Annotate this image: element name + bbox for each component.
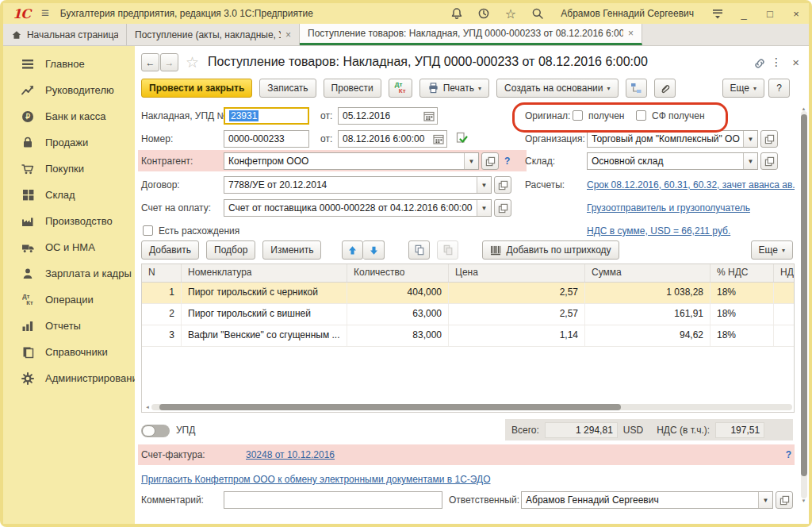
form-more-button[interactable]: Еще▾: [722, 79, 764, 98]
document-structure-button[interactable]: [626, 79, 647, 98]
sf-received-checkbox[interactable]: [636, 110, 646, 121]
paste-row-button[interactable]: [437, 240, 458, 260]
upd-toggle[interactable]: [141, 425, 170, 437]
dropdown-icon[interactable]: ▼: [464, 153, 478, 169]
sidebar-item-manager[interactable]: Руководителю: [3, 77, 135, 103]
counterparty-help[interactable]: ?: [504, 152, 510, 171]
sidebar-item-fixed-assets[interactable]: ОС и НМА: [3, 234, 135, 260]
tab-home[interactable]: Начальная страница: [3, 24, 127, 45]
notifications-bell-icon[interactable]: [450, 7, 463, 21]
maximize-button[interactable]: □: [764, 8, 776, 20]
warehouse-open-button[interactable]: [760, 152, 778, 170]
move-down-button[interactable]: [363, 240, 385, 260]
forward-button[interactable]: →: [160, 53, 178, 71]
service-menu-icon[interactable]: [710, 7, 724, 21]
table-more-button[interactable]: Еще▾: [751, 240, 793, 260]
invoice-facture-help[interactable]: ?: [786, 445, 791, 464]
invoice-date-input[interactable]: 05.12.2016: [338, 107, 438, 125]
sidebar-item-production[interactable]: Производство: [3, 208, 135, 234]
favorite-star-icon[interactable]: ☆: [186, 53, 199, 71]
sidebar-item-reports[interactable]: Отчеты: [3, 313, 135, 339]
main-menu-icon[interactable]: ≡: [41, 6, 49, 21]
get-link-icon[interactable]: [753, 57, 766, 70]
original-received-label: получен: [588, 106, 624, 125]
sidebar-item-operations[interactable]: ДтКт Операции: [3, 287, 135, 313]
contract-open-button[interactable]: [494, 176, 511, 194]
minimize-button[interactable]: _: [737, 8, 750, 20]
calendar-icon[interactable]: [423, 111, 435, 121]
enter-invoice-facture-icon[interactable]: [455, 132, 468, 144]
invoice-facture-link[interactable]: 30248 от 10.12.2016: [246, 445, 335, 464]
post-button[interactable]: Провести: [324, 79, 381, 98]
number-input[interactable]: 0000-000233: [224, 130, 309, 148]
dropdown-icon[interactable]: ▼: [758, 492, 772, 508]
edit-button[interactable]: Изменить: [262, 240, 321, 260]
add-row-button[interactable]: Добавить: [141, 240, 199, 260]
sidebar-item-main[interactable]: Главное: [3, 51, 135, 77]
discrepancies-checkbox[interactable]: [143, 225, 153, 236]
move-up-button[interactable]: [342, 240, 363, 260]
organization-open-button[interactable]: [760, 130, 778, 148]
create-based-on-button[interactable]: Создать на основании▾: [496, 79, 619, 98]
dropdown-icon[interactable]: ▼: [477, 200, 491, 216]
attachments-button[interactable]: [654, 79, 676, 98]
pick-button[interactable]: Подбор: [206, 240, 255, 260]
scroll-left-icon[interactable]: ◄: [144, 405, 151, 410]
favorites-star-icon[interactable]: ☆: [504, 7, 517, 21]
v-scroll-thumb[interactable]: [801, 114, 807, 476]
sidebar-item-warehouse[interactable]: Склад: [3, 182, 135, 208]
table-horizontal-scrollbar[interactable]: ◄: [144, 403, 792, 410]
tab-receipts-list[interactable]: Поступление (акты, накладные, УПД) ×: [127, 24, 300, 45]
scroll-down-icon[interactable]: ▼: [800, 498, 808, 503]
warehouse-input[interactable]: Основной склад ▼: [587, 152, 758, 170]
window-close-button[interactable]: ×: [790, 8, 802, 20]
sidebar-item-bank-cash[interactable]: ₽ Банк и касса: [3, 103, 135, 129]
copy-row-button[interactable]: [408, 240, 430, 260]
sidebar-item-references[interactable]: Справочники: [3, 339, 135, 365]
responsible-input[interactable]: Абрамов Геннадий Сергеевич ▼: [521, 491, 773, 509]
post-and-close-button[interactable]: Провести и закрыть: [141, 79, 252, 98]
organization-input[interactable]: Торговый дом "Комплексный" ООО ▼: [587, 130, 758, 148]
settlements-link[interactable]: Срок 08.12.2016, 60.31, 60.32, зачет ава…: [587, 175, 795, 194]
sidebar-item-purchases[interactable]: Покупки: [3, 156, 135, 182]
vat-in-total-link[interactable]: НДС в сумме, USD = 66,211 руб.: [587, 221, 730, 240]
calendar-icon[interactable]: [433, 134, 444, 144]
back-button[interactable]: ←: [141, 53, 159, 71]
dropdown-icon[interactable]: ▼: [743, 131, 757, 147]
search-icon[interactable]: [530, 7, 544, 21]
save-button[interactable]: Записать: [259, 79, 316, 98]
table-row[interactable]: 3 Вафли "Венские" со сгущенным ... 83,00…: [142, 325, 794, 347]
add-by-barcode-button[interactable]: Добавить по штрихкоду: [482, 240, 619, 260]
invoice-number-input[interactable]: 23931: [224, 107, 309, 125]
form-vertical-scrollbar[interactable]: ▲ ▼: [800, 106, 807, 503]
table-row[interactable]: 1 Пирог тирольский с черникой 404,000 2,…: [142, 283, 794, 304]
dropdown-icon[interactable]: ▼: [743, 153, 757, 169]
edo-invite-link[interactable]: Пригласить Конфетпром ООО к обмену элект…: [141, 470, 491, 489]
more-vertical-icon[interactable]: ⋮: [771, 56, 782, 68]
responsible-open-button[interactable]: [776, 491, 793, 509]
dropdown-icon[interactable]: ▼: [477, 177, 491, 193]
dt-kt-postings-button[interactable]: ДтКт: [389, 79, 412, 98]
shipper-consignee-link[interactable]: Грузоотправитель и грузополучатель: [587, 198, 750, 217]
number-date-input[interactable]: 08.12.2016 6:00:00: [338, 130, 447, 148]
comment-input[interactable]: [224, 491, 442, 509]
tab-close-icon[interactable]: ×: [285, 29, 291, 40]
sidebar-item-administration[interactable]: Администрирование: [3, 365, 135, 391]
counterparty-input[interactable]: Конфетпром ООО ▼: [224, 152, 479, 170]
payment-invoice-input[interactable]: Счет от поставщика 0000-000228 от 04.12.…: [224, 199, 492, 217]
print-button[interactable]: Печать▾: [419, 79, 489, 98]
tab-goods-receipt-document[interactable]: Поступление товаров: Накладная, УПД 0000…: [300, 24, 642, 45]
history-icon[interactable]: [477, 7, 490, 21]
form-close-icon[interactable]: ×: [792, 56, 799, 69]
contract-input[interactable]: 7788/УЕ от 20.12.2014 ▼: [224, 176, 492, 194]
table-row[interactable]: 2 Пирог тирольский с вишней 63,000 2,57 …: [142, 304, 794, 325]
help-button[interactable]: ?: [768, 79, 790, 98]
current-user[interactable]: Абрамов Геннадий Сергеевич: [561, 8, 694, 19]
tab-close-icon[interactable]: ×: [628, 28, 634, 39]
counterparty-open-button[interactable]: [481, 152, 499, 170]
original-received-checkbox[interactable]: [573, 110, 583, 121]
sidebar-item-sales[interactable]: Продажи: [3, 129, 135, 156]
payment-invoice-open-button[interactable]: [494, 199, 511, 217]
h-scroll-thumb[interactable]: [159, 404, 621, 410]
sidebar-item-salary-hr[interactable]: Зарплата и кадры: [3, 260, 135, 287]
